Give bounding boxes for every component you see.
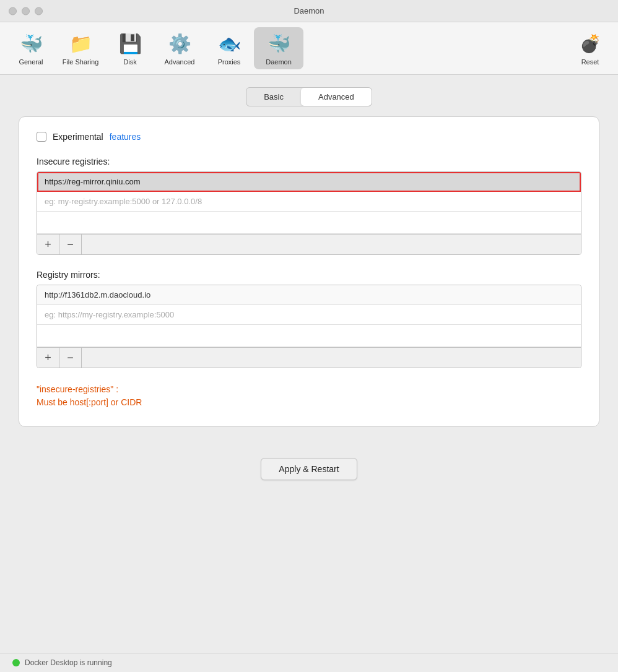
advanced-icon: ⚙️ <box>167 31 192 56</box>
reset-icon: 💣 <box>578 31 603 56</box>
registry-mirrors-table: http://f1361db2.m.daocloud.io eg: https:… <box>37 285 581 368</box>
toolbar-label-disk: Disk <box>123 58 136 66</box>
mirror-add-button[interactable]: + <box>37 348 59 368</box>
registry-mirrors-label: Registry mirrors: <box>37 270 581 280</box>
toolbar-item-file-sharing[interactable]: 📁 File Sharing <box>56 27 105 69</box>
toolbar-label-reset: Reset <box>581 58 599 66</box>
toolbar-item-general[interactable]: 🐳 General <box>6 27 56 69</box>
error-line-2: Must be host[:port] or CIDR <box>37 396 581 409</box>
toolbar-item-daemon[interactable]: 🐳 Daemon <box>254 27 303 69</box>
proxies-icon: 🐟 <box>217 31 242 56</box>
settings-panel: Experimental features Insecure registrie… <box>19 116 599 427</box>
tab-basic[interactable]: Basic <box>246 88 301 106</box>
file-sharing-icon: 📁 <box>68 31 93 56</box>
status-bar: Docker Desktop is running <box>0 653 618 672</box>
error-line-1: "insecure-registries" : <box>37 383 581 396</box>
insecure-remove-button[interactable]: − <box>59 235 82 254</box>
toolbar-item-advanced[interactable]: ⚙️ Advanced <box>155 27 204 69</box>
insecure-registry-row-0[interactable]: https://reg-mirror.qiniu.com <box>37 172 581 192</box>
status-dot <box>12 659 20 666</box>
toolbar-label-file-sharing: File Sharing <box>63 58 99 66</box>
tabs-container: Basic Advanced <box>19 87 599 106</box>
general-icon: 🐳 <box>19 31 43 56</box>
experimental-label: Experimental <box>53 132 103 142</box>
insecure-registry-empty <box>37 212 581 234</box>
toolbar-item-disk[interactable]: 💾 Disk <box>105 27 155 69</box>
toolbar-label-general: General <box>19 58 43 66</box>
experimental-checkbox[interactable] <box>37 132 46 142</box>
bottom-bar: Apply & Restart <box>0 446 618 493</box>
disk-icon: 💾 <box>118 31 142 56</box>
toolbar: 🐳 General 📁 File Sharing 💾 Disk ⚙️ Advan… <box>0 22 618 75</box>
minimize-button[interactable] <box>22 7 30 15</box>
tabs: Basic Advanced <box>246 87 372 106</box>
toolbar-item-reset[interactable]: 💣 Reset <box>568 27 612 69</box>
registry-mirrors-controls: + − <box>37 347 581 368</box>
main-content: Basic Advanced Experimental features Ins… <box>0 75 618 439</box>
toolbar-item-proxies[interactable]: 🐟 Proxies <box>204 27 254 69</box>
tab-advanced[interactable]: Advanced <box>301 88 372 106</box>
error-message: "insecure-registries" : Must be host[:po… <box>37 383 581 409</box>
insecure-registries-label: Insecure registries: <box>37 157 581 166</box>
features-link[interactable]: features <box>110 132 141 142</box>
registry-mirror-placeholder: eg: https://my-registry.example:5000 <box>37 305 581 325</box>
apply-restart-button[interactable]: Apply & Restart <box>261 458 357 480</box>
toolbar-label-advanced: Advanced <box>165 58 195 66</box>
insecure-add-button[interactable]: + <box>37 235 59 254</box>
close-button[interactable] <box>9 7 17 15</box>
insecure-registry-placeholder: eg: my-registry.example:5000 or 127.0.0.… <box>37 192 581 212</box>
insecure-registry-controls: + − <box>37 234 581 254</box>
daemon-icon: 🐳 <box>266 31 291 56</box>
maximize-button[interactable] <box>35 7 43 15</box>
insecure-registries-table: https://reg-mirror.qiniu.com eg: my-regi… <box>37 171 581 255</box>
experimental-row: Experimental features <box>37 132 581 142</box>
toolbar-label-daemon: Daemon <box>266 58 292 66</box>
window-title: Daemon <box>294 6 324 15</box>
traffic-lights <box>9 7 43 15</box>
title-bar: Daemon <box>0 0 618 22</box>
registry-mirror-empty <box>37 325 581 347</box>
registry-mirror-row-0[interactable]: http://f1361db2.m.daocloud.io <box>37 285 581 305</box>
mirror-remove-button[interactable]: − <box>59 348 82 368</box>
toolbar-label-proxies: Proxies <box>218 58 241 66</box>
status-text: Docker Desktop is running <box>25 658 112 667</box>
